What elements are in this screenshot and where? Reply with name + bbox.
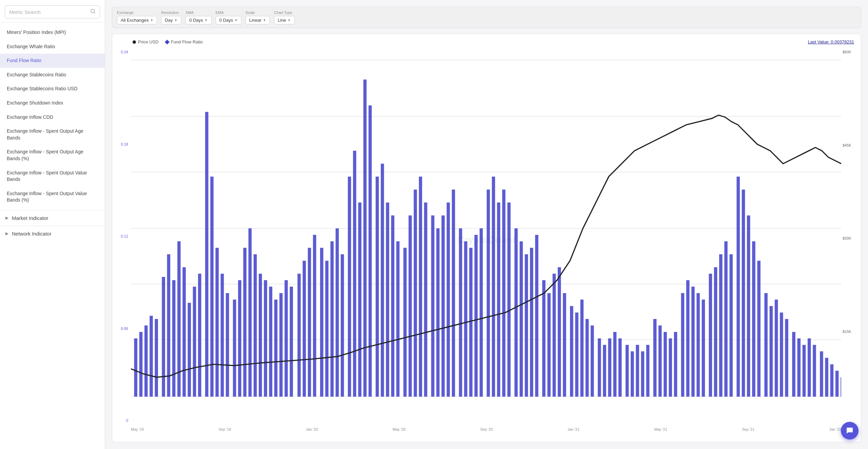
ema-select[interactable]: 0 Days ▼ — [216, 16, 241, 24]
sidebar-item-exchange-stablecoins-ratio[interactable]: Exchange Stablecoins Ratio — [0, 68, 105, 82]
sidebar-item-exchange-inflow-soab-pct[interactable]: Exchange Inflow - Spent Output Age Bands… — [0, 145, 105, 166]
search-input[interactable] — [9, 9, 90, 15]
svg-rect-63 — [431, 216, 435, 397]
svg-rect-66 — [447, 203, 450, 397]
toolbar: Exchange All Exchanges ▼ Resolution Day … — [112, 7, 861, 28]
search-box[interactable] — [5, 5, 100, 18]
x-axis-label: Jan '21 — [568, 427, 579, 431]
y-right-label: $60K — [843, 50, 860, 54]
svg-rect-84 — [547, 293, 551, 397]
svg-rect-46 — [336, 228, 339, 397]
svg-rect-34 — [269, 287, 273, 397]
sidebar-item-exchange-inflow-cdd[interactable]: Exchange Inflow CDD — [0, 110, 105, 125]
chart-type-select[interactable]: Line ▼ — [274, 16, 294, 24]
svg-rect-133 — [820, 351, 823, 396]
svg-rect-86 — [558, 267, 561, 396]
sidebar-item-exchange-inflow-sovb[interactable]: Exchange Inflow - Spent Output Value Ban… — [0, 166, 105, 187]
svg-rect-122 — [757, 261, 761, 396]
svg-rect-45 — [331, 241, 334, 397]
svg-rect-104 — [658, 325, 662, 397]
sidebar-item-exchange-inflow-soab[interactable]: Exchange Inflow - Spent Output Age Bands — [0, 124, 105, 145]
chart-container: Price USD Fund Flow Ratio Last Value: 0.… — [112, 34, 861, 442]
x-axis-label: May '20 — [393, 427, 406, 431]
svg-rect-42 — [313, 235, 316, 397]
y-axis-left: 0.240.180.120.060 — [112, 47, 131, 423]
svg-rect-22 — [205, 112, 209, 397]
exchange-select[interactable]: All Exchanges ▼ — [117, 16, 157, 24]
svg-rect-113 — [709, 274, 712, 396]
svg-rect-65 — [441, 216, 445, 397]
svg-rect-12 — [150, 316, 153, 396]
svg-rect-52 — [369, 106, 372, 397]
sma-label: SMA — [185, 11, 211, 15]
svg-rect-53 — [376, 176, 379, 396]
svg-rect-114 — [714, 267, 717, 396]
y-right-label: $45K — [843, 143, 860, 147]
y-left-label: 0.12 — [114, 234, 128, 238]
svg-rect-126 — [780, 313, 783, 397]
scale-select[interactable]: Linear ▼ — [245, 16, 270, 24]
sma-value: 0 Days — [189, 18, 203, 23]
svg-rect-80 — [525, 254, 528, 397]
x-axis-label: May '19 — [131, 427, 144, 431]
ffr-diamond-icon — [165, 39, 170, 44]
svg-rect-85 — [553, 274, 556, 396]
svg-rect-130 — [803, 345, 806, 397]
svg-rect-14 — [162, 277, 165, 397]
sidebar-item-miners-position-index[interactable]: Miners' Position Index (MPI) — [0, 25, 105, 40]
svg-rect-37 — [284, 280, 288, 396]
x-axis-label: Jan '22 — [829, 427, 841, 431]
svg-rect-43 — [320, 248, 323, 397]
price-line — [131, 115, 841, 377]
ema-group: EMA 0 Days ▼ — [216, 11, 241, 24]
svg-rect-132 — [813, 345, 816, 397]
svg-rect-56 — [391, 216, 395, 397]
svg-rect-28 — [238, 280, 241, 396]
svg-rect-118 — [736, 176, 740, 396]
svg-rect-39 — [297, 274, 301, 396]
svg-rect-134 — [825, 358, 828, 396]
svg-rect-107 — [674, 332, 677, 397]
chart-svg-wrapper: 0.240.180.120.060 $60K$45K$30K$15K May '… — [112, 47, 861, 433]
svg-rect-72 — [479, 228, 483, 397]
y-right-label: $15K — [843, 330, 860, 334]
sidebar-item-network-indicator[interactable]: ▶ Network Indicator — [0, 226, 105, 241]
svg-rect-120 — [747, 216, 750, 397]
svg-rect-26 — [226, 293, 229, 397]
metric-list: Miners' Position Index (MPI)Exchange Wha… — [0, 23, 105, 210]
price-dot-icon — [133, 40, 136, 44]
svg-rect-94 — [603, 345, 606, 397]
svg-rect-11 — [144, 325, 148, 397]
network-indicator-label: Network Indicator — [12, 231, 52, 237]
scale-chevron-icon: ▼ — [263, 18, 266, 22]
svg-rect-67 — [452, 190, 455, 397]
svg-rect-106 — [669, 338, 672, 397]
sma-select[interactable]: 0 Days ▼ — [185, 16, 211, 24]
sidebar-item-exchange-inflow-sovb-pct[interactable]: Exchange Inflow - Spent Output Value Ban… — [0, 187, 105, 207]
y-right-label: $30K — [843, 236, 860, 240]
svg-rect-109 — [686, 280, 690, 396]
scale-value: Linear — [249, 18, 261, 23]
main-content: Exchange All Exchanges ▼ Resolution Day … — [105, 0, 868, 449]
sidebar-item-fund-flow-ratio[interactable]: Fund Flow Ratio — [0, 54, 105, 68]
svg-rect-116 — [724, 241, 728, 397]
svg-line-1 — [94, 12, 95, 13]
sidebar-item-exchange-whale-ratio[interactable]: Exchange Whale Ratio — [0, 40, 105, 54]
sidebar-item-exchange-stablecoins-ratio-usd[interactable]: Exchange Stablecoins Ratio USD — [0, 82, 105, 96]
ema-chevron-icon: ▼ — [234, 18, 238, 22]
resolution-select[interactable]: Day ▼ — [161, 16, 181, 24]
svg-rect-51 — [363, 79, 367, 396]
svg-rect-75 — [497, 203, 500, 397]
sidebar-item-market-indicator[interactable]: ▶ Market Indicator — [0, 210, 105, 226]
svg-rect-119 — [742, 190, 745, 397]
svg-rect-81 — [530, 248, 533, 397]
sidebar-item-exchange-shutdown-index[interactable]: Exchange Shutdown Index — [0, 96, 105, 110]
resolution-chevron-icon: ▼ — [174, 18, 177, 22]
chart-type-label: Chart Type — [274, 11, 294, 15]
svg-rect-25 — [221, 274, 224, 396]
svg-rect-48 — [348, 176, 351, 396]
legend-items: Price USD Fund Flow Ratio — [133, 39, 203, 44]
market-indicator-label: Market Indicator — [12, 215, 48, 221]
chat-button[interactable] — [841, 422, 859, 439]
y-left-label: 0.18 — [114, 142, 128, 146]
